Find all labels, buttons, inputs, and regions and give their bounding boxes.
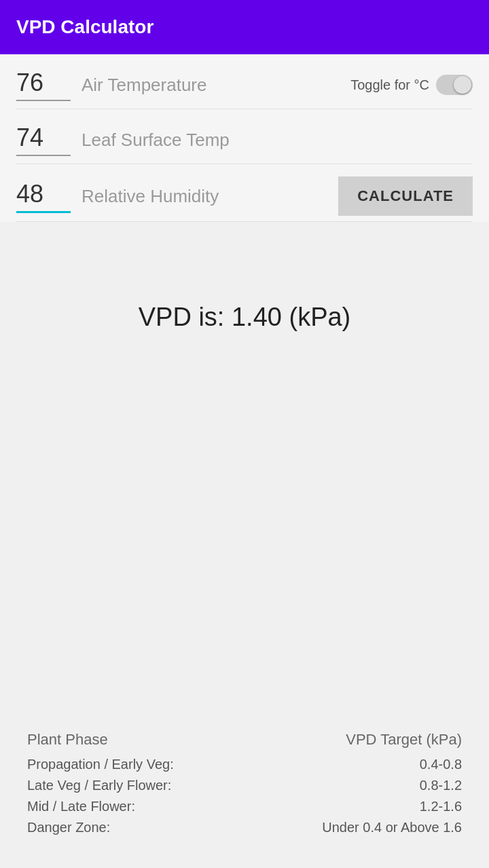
humidity-label: Relative Humidity <box>82 186 338 207</box>
spacer <box>0 412 489 715</box>
table-header-row: Plant Phase VPD Target (kPa) <box>27 731 462 749</box>
app-title: VPD Calculator <box>16 16 153 38</box>
col-phase-header: Plant Phase <box>27 731 108 749</box>
air-temp-row: Air Temperature Toggle for °C <box>0 54 489 109</box>
target-cell-1: 0.8-1.2 <box>420 778 462 793</box>
celsius-toggle-container: Toggle for °C <box>350 75 473 95</box>
table-row: Late Veg / Early Flower: 0.8-1.2 <box>27 778 462 793</box>
humidity-input[interactable] <box>16 180 71 213</box>
celsius-toggle[interactable] <box>436 75 473 95</box>
input-section: Air Temperature Toggle for °C Leaf Surfa… <box>0 54 489 222</box>
table-row: Propagation / Early Veg: 0.4-0.8 <box>27 757 462 772</box>
table-row: Mid / Late Flower: 1.2-1.6 <box>27 799 462 814</box>
col-vpd-header: VPD Target (kPa) <box>346 731 462 749</box>
vpd-result: VPD is: 1.40 (kPa) <box>139 303 351 332</box>
air-temp-input[interactable] <box>16 69 71 101</box>
phase-cell-2: Mid / Late Flower: <box>27 799 135 814</box>
target-cell-0: 0.4-0.8 <box>420 757 462 772</box>
reference-table: Plant Phase VPD Target (kPa) Propagation… <box>0 715 489 868</box>
result-section: VPD is: 1.40 (kPa) <box>0 222 489 412</box>
app-header: VPD Calculator <box>0 0 489 54</box>
calculate-button[interactable]: CALCULATE <box>338 176 473 216</box>
air-temp-label: Air Temperature <box>82 75 350 96</box>
leaf-temp-input[interactable] <box>16 124 71 156</box>
leaf-temp-label: Leaf Surface Temp <box>82 130 473 151</box>
phase-cell-0: Propagation / Early Veg: <box>27 757 174 772</box>
table-row: Danger Zone: Under 0.4 or Above 1.6 <box>27 820 462 835</box>
phase-cell-3: Danger Zone: <box>27 820 110 835</box>
target-cell-3: Under 0.4 or Above 1.6 <box>322 820 462 835</box>
target-cell-2: 1.2-1.6 <box>420 799 462 814</box>
humidity-row: Relative Humidity CALCULATE <box>0 164 489 221</box>
toggle-knob <box>454 76 471 94</box>
main-layout: Air Temperature Toggle for °C Leaf Surfa… <box>0 54 489 868</box>
phase-cell-1: Late Veg / Early Flower: <box>27 778 171 793</box>
toggle-label: Toggle for °C <box>350 77 429 93</box>
leaf-temp-row: Leaf Surface Temp <box>0 109 489 164</box>
